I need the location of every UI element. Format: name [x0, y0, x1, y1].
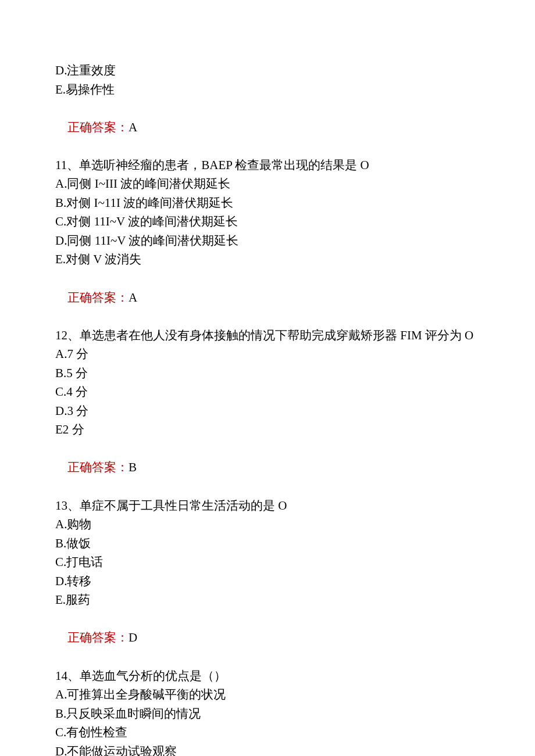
- question-stem: 11、单选听神经瘤的患者，BAEP 检查最常出现的结果是 O: [55, 156, 488, 175]
- answer-line: 正确答案：A: [55, 99, 488, 156]
- option-text: D.同侧 11I~V 波的峰间潜伏期延长: [55, 231, 488, 250]
- question-stem: 14、单选血气分析的优点是（）: [55, 667, 488, 686]
- option-text: C.对侧 11I~V 波的峰间潜伏期延长: [55, 212, 488, 231]
- option-text: B.5 分: [55, 364, 488, 383]
- answer-label: 正确答案：: [67, 630, 129, 644]
- option-text: B.对侧 I~11I 波的峰间潜伏期延长: [55, 194, 488, 213]
- document-page: D.注重效度 E.易操作性 正确答案：A 11、单选听神经瘤的患者，BAEP 检…: [0, 0, 535, 756]
- option-text: E.服药: [55, 590, 488, 610]
- option-text: D.转移: [55, 572, 488, 591]
- option-text: C.有创性检查: [55, 723, 488, 742]
- answer-label: 正确答案：: [67, 291, 129, 304]
- answer-line: 正确答案：B: [55, 439, 488, 496]
- answer-line: 正确答案：A: [55, 269, 488, 326]
- option-text: B.只反映采血时瞬间的情况: [55, 704, 488, 723]
- question-stem: 12、单选患者在他人没有身体接触的情况下帮助完成穿戴矫形器 FIM 评分为 O: [55, 326, 488, 345]
- answer-label: 正确答案：: [67, 120, 129, 134]
- question-stem: 13、单症不属于工具性日常生活活动的是 O: [55, 496, 488, 515]
- answer-value: B: [129, 460, 137, 474]
- option-text: A.购物: [55, 515, 488, 534]
- option-text: A.同侧 I~III 波的峰间潜伏期延长: [55, 174, 488, 194]
- option-text: D.3 分: [55, 402, 488, 421]
- answer-label: 正确答案：: [67, 460, 129, 474]
- answer-value: D: [129, 630, 137, 644]
- option-text: E.对侧 V 波消失: [55, 250, 488, 269]
- option-text: D.不能做运动试验观察: [55, 742, 488, 756]
- option-text: B.做饭: [55, 534, 488, 553]
- option-text: C.4 分: [55, 382, 488, 402]
- option-text: E2 分: [55, 420, 488, 439]
- answer-value: A: [129, 120, 137, 134]
- answer-value: A: [129, 291, 137, 304]
- option-text: D.注重效度: [55, 61, 488, 80]
- option-text: A.可推算出全身酸碱平衡的状况: [55, 685, 488, 704]
- option-text: C.打电话: [55, 553, 488, 572]
- option-text: E.易操作性: [55, 80, 488, 99]
- option-text: A.7 分: [55, 345, 488, 364]
- answer-line: 正确答案：D: [55, 610, 488, 667]
